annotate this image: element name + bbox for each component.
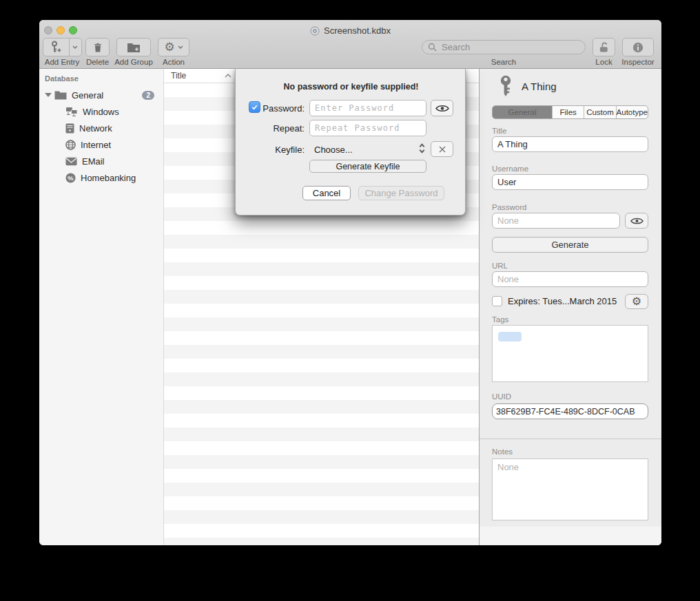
- tab-general[interactable]: General: [493, 106, 553, 118]
- delete-button[interactable]: [85, 38, 110, 56]
- titlebar-toolbar: Screenshot.kdbx Add Entry Delete Add Gro…: [39, 20, 661, 69]
- lock-button[interactable]: [593, 38, 615, 56]
- sidebar-item-email[interactable]: EMail: [65, 153, 164, 169]
- inspector-tabs: General Files Custom Autotype: [492, 105, 648, 119]
- sidebar-item-general[interactable]: General 2: [39, 87, 164, 103]
- keyfile-popup[interactable]: Choose...: [314, 145, 353, 155]
- search-input[interactable]: [440, 41, 567, 53]
- notes-field[interactable]: [492, 458, 648, 520]
- globe-icon: [65, 140, 76, 150]
- tags-box[interactable]: [492, 325, 648, 382]
- change-password-button[interactable]: Change Password: [358, 186, 444, 200]
- password-label: Password: [492, 203, 527, 211]
- document-icon: [310, 26, 320, 36]
- folder-icon: [54, 90, 67, 100]
- chevron-down-icon: [72, 45, 78, 49]
- app-window: Database General 2 Windows Network Inter…: [39, 20, 661, 545]
- entry-title: A Thing: [522, 81, 557, 92]
- search-icon: [428, 43, 437, 52]
- notes-label: Notes: [492, 447, 513, 456]
- title-label: Title: [492, 127, 506, 135]
- eye-icon: [435, 104, 449, 113]
- change-password-sheet: No password or keyfile supplied! Passwor…: [235, 69, 466, 215]
- password-label: Password:: [262, 103, 305, 114]
- delete-label: Delete: [81, 58, 114, 66]
- server-icon: [65, 123, 74, 134]
- add-group-label: Add Group: [112, 58, 156, 66]
- info-icon: [632, 41, 644, 54]
- search-label: Search: [422, 58, 586, 66]
- eye-icon: [630, 217, 644, 225]
- sidebar: Database General 2 Windows Network Inter…: [39, 69, 164, 545]
- action-label: Action: [154, 58, 193, 66]
- tags-label: Tags: [492, 315, 508, 324]
- username-field[interactable]: [492, 174, 648, 190]
- inspector-label: Inspector: [617, 58, 659, 66]
- inspector-button[interactable]: [622, 38, 654, 56]
- add-group-button[interactable]: [116, 38, 151, 56]
- search-field[interactable]: [422, 40, 586, 54]
- stepper-icon[interactable]: [419, 143, 425, 154]
- url-label: URL: [492, 262, 508, 270]
- add-entry-button[interactable]: [43, 38, 82, 56]
- repeat-input[interactable]: [309, 120, 426, 136]
- username-label: Username: [492, 165, 528, 173]
- inspector-panel: A Thing General Files Custom Autotype Ti…: [480, 69, 661, 545]
- sidebar-item-label: Network: [79, 123, 112, 134]
- inspector-footer: [480, 527, 661, 545]
- expires-checkbox[interactable]: [492, 296, 502, 306]
- gear-icon: ⚙: [164, 41, 174, 53]
- windows-icon: [65, 107, 78, 116]
- add-entry-dropdown[interactable]: [70, 39, 81, 56]
- add-entry-main[interactable]: [43, 39, 70, 56]
- folder-plus-icon: [127, 42, 141, 53]
- sidebar-header: Database: [45, 74, 79, 83]
- key-plus-icon: [50, 41, 62, 54]
- cancel-button[interactable]: Cancel: [302, 186, 351, 200]
- envelope-icon: [65, 157, 77, 166]
- action-button[interactable]: ⚙: [158, 38, 189, 56]
- password-input[interactable]: [309, 100, 426, 116]
- column-header-title[interactable]: Title: [171, 71, 225, 81]
- disclosure-triangle-icon[interactable]: [45, 93, 52, 97]
- chevron-down-icon: [178, 45, 183, 49]
- sidebar-item-label: Windows: [83, 107, 119, 117]
- add-entry-label: Add Entry: [41, 58, 83, 66]
- window-title: Screenshot.kdbx: [324, 25, 391, 36]
- url-field[interactable]: [492, 271, 648, 287]
- key-icon: [498, 75, 513, 99]
- tab-files[interactable]: Files: [553, 106, 584, 118]
- group-count-badge: 2: [142, 91, 154, 100]
- sidebar-item-label: EMail: [82, 156, 105, 167]
- sheet-message: No password or keyfile supplied!: [236, 82, 466, 92]
- show-password-button[interactable]: [625, 213, 648, 229]
- sidebar-item-label: Homebanking: [81, 173, 136, 183]
- sort-ascending-icon: [225, 74, 231, 78]
- title-field[interactable]: [492, 136, 648, 152]
- password-checkbox[interactable]: [249, 101, 260, 113]
- show-password-button[interactable]: [431, 100, 453, 116]
- uuid-field[interactable]: [492, 403, 648, 419]
- sidebar-item-internet[interactable]: Internet: [65, 136, 164, 153]
- sidebar-item-windows[interactable]: Windows: [65, 103, 164, 120]
- window-title-row: Screenshot.kdbx: [39, 25, 661, 36]
- sidebar-item-label: Internet: [81, 140, 111, 150]
- clear-keyfile-button[interactable]: [431, 141, 453, 157]
- trash-icon: [92, 41, 103, 54]
- generate-keyfile-button[interactable]: Generate Keyfile: [309, 160, 426, 173]
- expires-options-button[interactable]: ⚙: [625, 294, 648, 309]
- check-icon: [251, 103, 258, 111]
- gear-icon: ⚙: [632, 296, 641, 307]
- tab-custom[interactable]: Custom: [584, 106, 616, 118]
- section-divider: [480, 439, 661, 439]
- lock-open-icon: [597, 41, 610, 54]
- password-field[interactable]: [492, 213, 620, 229]
- generate-password-button[interactable]: Generate: [492, 237, 648, 253]
- tab-autotype[interactable]: Autotype: [617, 106, 648, 118]
- sidebar-item-label: General: [72, 90, 103, 101]
- sidebar-item-network[interactable]: Network: [65, 120, 164, 136]
- tag-chip[interactable]: [498, 332, 522, 341]
- percent-icon: %: [65, 173, 76, 183]
- sidebar-item-homebanking[interactable]: % Homebanking: [65, 169, 164, 186]
- repeat-label: Repeat:: [273, 123, 305, 134]
